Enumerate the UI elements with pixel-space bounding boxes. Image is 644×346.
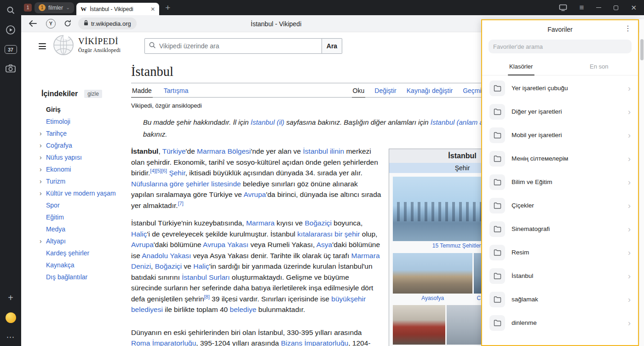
favorites-folder-row[interactable]: dinlenme› [482, 311, 638, 334]
article-link[interactable]: İstanbul (il) [251, 118, 284, 126]
favorites-folder-row[interactable]: sağlamak› [482, 288, 638, 311]
toc-hide-button[interactable]: gizle [84, 90, 102, 98]
hamburger-menu-icon[interactable] [39, 43, 46, 49]
article-link[interactable]: Asya [316, 241, 332, 248]
wikipedia-wordmark[interactable]: VİKİPEDİ [78, 36, 118, 46]
article-link[interactable]: Şehir [169, 169, 185, 177]
menu-icon[interactable]: ≡ [580, 4, 584, 12]
reference-link[interactable]: [5] [156, 168, 161, 173]
kebab-menu-icon[interactable]: ⋮ [624, 25, 632, 32]
article-link[interactable]: Nüfuslarına göre şehirler listesinde [131, 180, 241, 188]
favorites-folder-row[interactable]: Resim› [482, 241, 638, 264]
active-tab[interactable]: W İstanbul - Vikipedi ✕ [76, 3, 159, 15]
toc-item-label[interactable]: Spor [46, 202, 60, 209]
wiki-search-button[interactable]: Ara [322, 38, 342, 54]
article-link[interactable]: İstanbul Surları [182, 273, 230, 281]
article-link[interactable]: Avrupa Yakası [203, 241, 248, 248]
toc-item[interactable]: Kardeş şehirler [40, 247, 130, 259]
video-play-icon[interactable] [6, 25, 16, 35]
chevron-right-icon[interactable]: › [628, 248, 631, 257]
toc-expand-icon[interactable]: › [40, 154, 46, 161]
toc-item[interactable]: Kaynakça [40, 259, 130, 271]
article-link[interactable]: Haliç [193, 262, 209, 270]
maximize-icon[interactable] [614, 6, 618, 10]
infobox-image-tram[interactable] [393, 305, 445, 345]
toc-item[interactable]: ›Ekonomi [40, 163, 130, 175]
article-link[interactable]: Avrupa [243, 190, 266, 198]
devices-sync-icon[interactable] [559, 4, 567, 11]
search-icon[interactable] [6, 6, 15, 15]
favorites-folder-row[interactable]: Mobil yer işaretleri› [482, 123, 638, 147]
toc-item[interactable]: ›Turizm [40, 175, 130, 187]
toc-item[interactable]: Etimoloji [40, 115, 130, 127]
toc-expand-icon[interactable]: › [40, 190, 46, 196]
screenshot-camera-icon[interactable] [6, 64, 16, 73]
wiki-search-input[interactable] [159, 42, 318, 50]
toc-item-label[interactable]: Kardeş şehirler [46, 249, 89, 257]
toc-expand-icon[interactable]: › [40, 238, 46, 244]
reference-link[interactable]: [7] [178, 200, 184, 206]
reference-link[interactable]: [4] [150, 168, 155, 173]
article-link[interactable]: Marmara [246, 219, 275, 227]
tab-recent[interactable]: En son [560, 58, 638, 75]
toc-item[interactable]: ›Tarihçe [40, 127, 130, 139]
toc-item[interactable]: ›Kültür ve modern yaşam [40, 187, 130, 199]
toc-expand-icon[interactable]: › [40, 178, 46, 185]
article-link[interactable]: belediye [230, 306, 257, 313]
chevron-right-icon[interactable]: › [628, 84, 631, 92]
article-link[interactable]: Türkiye [162, 147, 186, 155]
toc-item[interactable]: ›Coğrafya [40, 139, 130, 151]
favorites-folder-row[interactable]: Менің сілтемелерім› [482, 147, 638, 170]
wikipedia-logo[interactable] [52, 34, 75, 58]
article-link[interactable]: Avrupa [131, 241, 154, 248]
tab-edit-source[interactable]: Kaynağı değiştir [406, 84, 454, 97]
close-tab-icon[interactable]: ✕ [150, 6, 155, 12]
chevron-right-icon[interactable]: › [628, 319, 631, 327]
yandex-icon[interactable]: Y [46, 19, 56, 29]
chevron-right-icon[interactable]: › [628, 295, 631, 304]
toc-item-label[interactable]: Coğrafya [46, 142, 72, 149]
favorites-folder-row[interactable]: Bilim ve Eğitim› [482, 170, 638, 194]
article-link[interactable]: kıtalararası bir şehir [297, 230, 360, 238]
infobox-image-ayasofya[interactable] [393, 253, 472, 294]
address-bar[interactable]: tr.wikipedia.org [78, 17, 137, 29]
reference-link[interactable]: [8] [204, 294, 210, 299]
scrollbar[interactable] [639, 19, 644, 346]
toc-item-label[interactable]: Medya [46, 225, 65, 233]
toc-item-label[interactable]: Dış bağlantılar [46, 273, 87, 281]
chevron-right-icon[interactable]: › [628, 272, 631, 280]
omnibox-page-title[interactable]: İstanbul - Vikipedi [251, 15, 301, 32]
article-link[interactable]: Roma İmparatorluğu [131, 339, 196, 346]
infobox-caption-ayasofya[interactable]: Ayasofya [393, 294, 472, 301]
minimize-icon[interactable] [596, 7, 601, 8]
article-link[interactable]: Anadolu Yakası [142, 252, 191, 260]
favorites-folder-row[interactable]: Yer işaretleri çubuğu› [482, 76, 638, 100]
toc-item[interactable]: ›Altyapı [40, 235, 130, 247]
toc-item-label[interactable]: Nüfus yapısı [46, 154, 82, 161]
tab-folders[interactable]: Klasörler [482, 58, 560, 75]
toc-item-label[interactable]: Giriş [46, 106, 61, 113]
favorites-search[interactable] [489, 40, 632, 53]
wiki-search-box[interactable] [144, 38, 322, 54]
tab-group-count-badge[interactable]: 1 [24, 4, 32, 12]
scrollbar-thumb[interactable] [640, 39, 644, 60]
new-tab-button[interactable]: + [165, 3, 170, 12]
article-link[interactable]: Marmara Bölgesi [197, 147, 251, 155]
add-icon[interactable]: + [8, 293, 13, 302]
toc-item-label[interactable]: Eğitim [46, 213, 64, 221]
close-window-icon[interactable]: ✕ [631, 4, 637, 11]
toc-expand-icon[interactable]: › [40, 142, 46, 149]
tab-edit[interactable]: Değiştir [374, 84, 397, 97]
tab-count-badge[interactable]: 37 [5, 45, 17, 54]
chevron-right-icon[interactable]: › [628, 225, 631, 233]
chevron-right-icon[interactable]: › [628, 108, 631, 116]
toc-item[interactable]: Medya [40, 223, 130, 235]
favorites-folder-row[interactable]: İstanbul› [482, 264, 638, 288]
toc-expand-icon[interactable]: › [40, 166, 46, 173]
toc-expand-icon[interactable]: › [40, 130, 46, 137]
back-icon[interactable] [29, 20, 37, 27]
toc-item-label[interactable]: Tarihçe [46, 130, 67, 137]
favorites-folder-row[interactable]: Diğer yer işaretleri› [482, 100, 638, 123]
toc-item-label[interactable]: Turizm [46, 178, 65, 185]
chevron-right-icon[interactable]: › [628, 178, 631, 186]
